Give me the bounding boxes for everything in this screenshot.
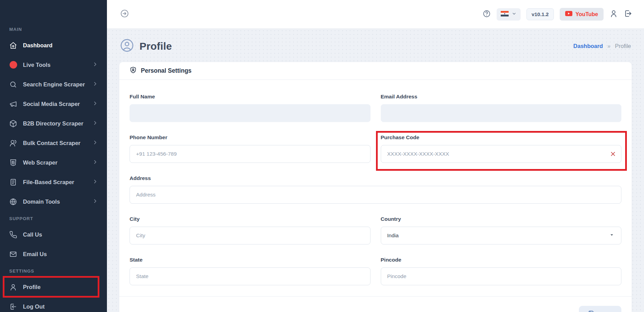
sidebar-item-web-scraper[interactable]: Web Scraper	[0, 155, 107, 170]
globe-icon	[9, 198, 17, 206]
breadcrumb-dashboard-link[interactable]: Dashboard	[573, 43, 603, 49]
html5-icon	[9, 159, 17, 167]
card-title: Personal Settings	[141, 67, 192, 74]
sidebar-item-label: Search Engine Scraper	[23, 81, 85, 88]
red-dot-icon	[9, 61, 17, 69]
sidebar-item-label: Dashboard	[23, 42, 52, 49]
sidebar-section-main: MAIN	[0, 27, 107, 32]
sidebar-item-label: Bulk Contact Scraper	[23, 140, 81, 146]
chevron-right-icon	[93, 101, 98, 107]
pincode-label: Pincode	[381, 257, 622, 263]
sidebar-item-call-us[interactable]: Call Us	[0, 227, 107, 242]
purchase-code-input[interactable]	[381, 145, 622, 163]
card-body: Full Name Email Address Phone Number	[119, 80, 632, 296]
address-label: Address	[130, 175, 621, 181]
breadcrumb-current: Profile	[615, 43, 631, 49]
personal-settings-card: Personal Settings Full Name Email Addres…	[119, 62, 632, 312]
sidebar-item-label: Live Tools	[23, 62, 50, 68]
sidebar-item-log-out[interactable]: Log Out	[0, 299, 107, 312]
sidebar-item-email-us[interactable]: Email Us	[0, 247, 107, 262]
search-icon	[9, 81, 17, 88]
breadcrumb: Dashboard » Profile	[573, 43, 631, 49]
clear-icon[interactable]	[610, 151, 616, 157]
save-icon	[588, 310, 595, 312]
sidebar-item-label: Domain Tools	[23, 199, 60, 205]
chevron-right-icon	[93, 62, 98, 68]
email-input	[381, 104, 622, 122]
save-button[interactable]: Save	[579, 306, 621, 312]
sidebar-item-profile[interactable]: Profile	[0, 279, 107, 295]
topbar: v10.1.2 YouTube	[107, 0, 644, 29]
state-label: State	[130, 257, 370, 263]
page-header: Profile Dashboard » Profile	[119, 34, 632, 62]
full-name-input	[130, 104, 370, 122]
logout-icon	[9, 303, 17, 311]
youtube-button[interactable]: YouTube	[560, 8, 604, 21]
annotation-highlight-box	[3, 276, 99, 298]
sidebar-item-label: Log Out	[23, 303, 45, 310]
full-name-label: Full Name	[130, 94, 370, 100]
sidebar-item-domain-tools[interactable]: Domain Tools	[0, 194, 107, 209]
phone-field: Phone Number	[130, 134, 370, 163]
help-icon[interactable]	[483, 10, 491, 19]
sidebar-toggle-icon[interactable]	[120, 9, 129, 20]
state-field: State	[130, 257, 370, 285]
full-name-field: Full Name	[130, 94, 370, 122]
home-icon	[9, 41, 17, 49]
purchase-code-label: Purchase Code	[381, 134, 622, 141]
sidebar-item-dashboard[interactable]: Dashboard	[0, 38, 107, 53]
city-input[interactable]	[130, 227, 370, 244]
mail-icon	[9, 250, 17, 258]
email-field: Email Address	[381, 94, 622, 122]
sidebar-logo-area	[0, 0, 107, 20]
phone-label: Phone Number	[130, 134, 370, 141]
phone-icon	[9, 231, 17, 239]
chevron-right-icon	[93, 199, 98, 205]
india-flag-icon	[501, 11, 509, 18]
caret-down-icon	[609, 232, 615, 239]
breadcrumb-separator: »	[607, 43, 610, 49]
profile-avatar-icon	[120, 38, 134, 54]
address-field: Address	[130, 175, 621, 204]
sidebar: MAIN Dashboard Live Tools Search Engine …	[0, 0, 107, 312]
sidebar-item-live-tools[interactable]: Live Tools	[0, 57, 107, 72]
sidebar-item-label: Social Media Scraper	[23, 101, 80, 107]
sidebar-item-social-media-scraper[interactable]: Social Media Scraper	[0, 96, 107, 111]
megaphone-icon	[9, 100, 17, 108]
version-badge: v10.1.2	[526, 8, 554, 20]
sidebar-item-bulk-contact-scraper[interactable]: Bulk Contact Scraper	[0, 135, 107, 151]
email-label: Email Address	[381, 94, 622, 100]
handshake-icon	[9, 120, 17, 128]
chevron-right-icon	[93, 179, 98, 185]
sidebar-item-b2b-directory-scraper[interactable]: B2B Directory Scraper	[0, 116, 107, 131]
sidebar-item-label: Email Us	[23, 251, 47, 257]
app-window: MAIN Dashboard Live Tools Search Engine …	[0, 0, 644, 312]
card-header: Personal Settings	[119, 62, 632, 80]
sidebar-item-file-based-scraper[interactable]: File-Based Scraper	[0, 175, 107, 190]
user-icon	[9, 283, 17, 291]
language-selector[interactable]	[497, 8, 521, 21]
file-text-icon	[9, 178, 17, 186]
country-select[interactable]: India	[381, 227, 622, 244]
chevron-down-icon	[512, 11, 517, 17]
chevron-right-icon	[93, 81, 98, 88]
card-footer: Save	[119, 296, 632, 312]
account-icon[interactable]	[609, 9, 618, 19]
country-selected-value: India	[387, 232, 399, 239]
youtube-icon	[565, 11, 572, 17]
logout-icon[interactable]	[624, 9, 632, 19]
sidebar-item-search-engine-scraper[interactable]: Search Engine Scraper	[0, 77, 107, 92]
city-field: City	[130, 216, 370, 244]
phone-input[interactable]	[130, 145, 370, 163]
address-input[interactable]	[130, 186, 621, 204]
shield-user-icon	[130, 67, 137, 75]
chevron-right-icon	[93, 159, 98, 166]
chevron-right-icon	[93, 140, 98, 146]
pincode-input[interactable]	[381, 267, 622, 285]
sidebar-item-label: B2B Directory Scraper	[23, 120, 83, 127]
state-input[interactable]	[130, 267, 370, 285]
city-label: City	[130, 216, 370, 222]
pincode-field: Pincode	[381, 257, 622, 285]
chevron-right-icon	[93, 120, 98, 127]
page-title: Profile	[139, 40, 172, 52]
